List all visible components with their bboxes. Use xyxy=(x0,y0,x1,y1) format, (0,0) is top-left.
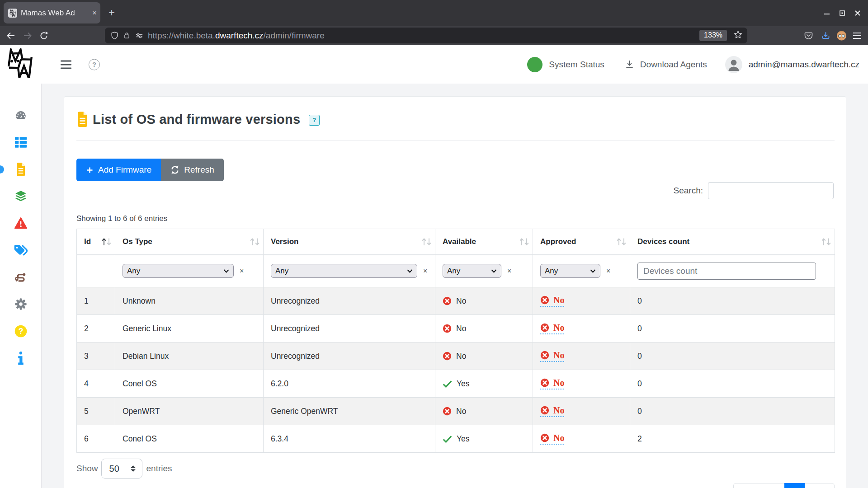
window-close-button[interactable] xyxy=(850,5,865,21)
forward-button[interactable] xyxy=(22,30,33,41)
approved-status[interactable]: No xyxy=(540,323,564,334)
url-bar[interactable]: https://white.beta.dwarftech.cz/admin/fi… xyxy=(105,28,747,43)
add-firmware-button[interactable]: Add Firmware xyxy=(76,159,161,181)
times-circle-icon xyxy=(540,378,549,387)
browser-tab[interactable]: Mamas Web Ad × xyxy=(4,2,100,23)
filter-version-clear[interactable]: × xyxy=(423,267,427,275)
minimize-icon xyxy=(824,10,830,16)
sidebar-item-routes[interactable] xyxy=(14,271,27,284)
zoom-indicator[interactable]: 133% xyxy=(699,30,727,41)
cell-available: No xyxy=(456,324,466,333)
cell-available: Yes xyxy=(457,379,470,389)
window-minimize-button[interactable] xyxy=(819,5,835,21)
tab-close-icon[interactable]: × xyxy=(92,9,97,17)
pagination-page-1[interactable]: 1 xyxy=(784,483,805,488)
sidebar-item-firmware[interactable] xyxy=(15,163,26,176)
system-status-indicator[interactable] xyxy=(527,57,542,72)
pagination-next[interactable]: Next xyxy=(805,483,835,488)
filter-cell: Any× xyxy=(533,255,630,287)
times-circle-icon xyxy=(540,323,549,332)
lock-icon[interactable] xyxy=(123,32,131,39)
sort-up-arrow-icon xyxy=(102,238,106,245)
sidebar-item-settings[interactable] xyxy=(14,298,27,311)
column-header-approved[interactable]: Approved xyxy=(533,229,630,255)
hamburger-bar xyxy=(61,60,71,61)
sort-icon xyxy=(519,238,529,245)
pagination-previous[interactable]: Previous xyxy=(733,483,785,488)
pocket-svg-icon xyxy=(804,31,813,40)
bookmark-star-icon[interactable] xyxy=(733,30,743,41)
menu-hamburger-icon[interactable] xyxy=(853,32,862,40)
header-actions: System Status Download Agents admin@mama… xyxy=(527,45,859,84)
user-avatar[interactable] xyxy=(725,56,742,73)
filter-os-type-select[interactable]: Any xyxy=(123,264,234,278)
column-header-devices-count[interactable]: Devices count xyxy=(630,229,835,255)
column-header-os-type[interactable]: Os Type xyxy=(115,229,264,255)
table-body: 1 Unknown Unrecognized No No 0 2 Generic… xyxy=(77,287,835,453)
column-header-available[interactable]: Available xyxy=(435,229,533,255)
cell-available: No xyxy=(456,352,466,361)
url-text[interactable]: https://white.beta.dwarftech.cz/admin/fi… xyxy=(148,31,699,41)
user-email[interactable]: admin@mamas.dwarftech.cz xyxy=(749,60,859,70)
sidebar-item-groups[interactable] xyxy=(14,189,28,203)
sidebar-item-alerts[interactable] xyxy=(14,217,28,230)
chevron-down-icon xyxy=(407,269,413,273)
browser-tab-strip: Mamas Web Ad × + xyxy=(0,0,868,26)
filter-approved-clear[interactable]: × xyxy=(606,267,610,275)
window-restore-button[interactable] xyxy=(835,5,850,21)
approved-label: No xyxy=(553,323,564,332)
approved-status[interactable]: No xyxy=(540,378,564,389)
sidebar-toggle-hamburger-icon[interactable] xyxy=(61,60,71,69)
account-avatar-icon[interactable] xyxy=(836,30,847,41)
search-label: Search: xyxy=(674,186,703,196)
chevron-down-icon xyxy=(223,269,229,273)
cell-id: 2 xyxy=(77,315,115,343)
pocket-icon[interactable] xyxy=(804,31,813,40)
filter-available-clear[interactable]: × xyxy=(507,267,511,275)
back-arrow-icon xyxy=(5,30,16,41)
new-tab-button[interactable]: + xyxy=(105,6,118,19)
page-help-icon[interactable]: ? xyxy=(309,115,320,126)
sort-icon xyxy=(250,238,259,245)
approved-label: No xyxy=(553,406,564,415)
reload-button[interactable] xyxy=(39,31,49,41)
filter-available-select[interactable]: Any xyxy=(443,264,501,278)
downloads-icon[interactable] xyxy=(821,31,830,40)
site-favicon-icon xyxy=(8,9,17,18)
download-agents-label[interactable]: Download Agents xyxy=(640,60,707,70)
filter-version-select[interactable]: Any xyxy=(271,264,417,278)
gear-icon xyxy=(14,298,27,311)
page-size-select[interactable]: 50 xyxy=(101,459,142,479)
window-controls xyxy=(819,0,865,26)
hamburger-svg-icon xyxy=(853,32,862,40)
permissions-icon[interactable] xyxy=(135,31,144,40)
back-button[interactable] xyxy=(5,30,16,41)
sidebar-item-devices[interactable] xyxy=(14,136,27,148)
system-status-label[interactable]: System Status xyxy=(549,60,604,70)
column-header-version[interactable]: Version xyxy=(264,229,435,255)
sidebar-item-dashboard[interactable] xyxy=(14,109,28,122)
mamas-logo[interactable] xyxy=(7,48,33,80)
filter-devices-count-input[interactable] xyxy=(637,263,816,280)
sliders-svg-icon xyxy=(135,31,144,40)
download-agents-icon[interactable] xyxy=(624,59,635,70)
cell-devices-count: 0 xyxy=(630,343,835,370)
approved-status[interactable]: No xyxy=(540,433,564,445)
approved-label: No xyxy=(553,296,564,305)
approved-status[interactable]: No xyxy=(540,351,564,362)
search-input[interactable] xyxy=(708,182,834,199)
filter-cell xyxy=(630,255,835,287)
sidebar-item-help[interactable]: ? xyxy=(14,325,27,338)
filter-os-type-clear[interactable]: × xyxy=(240,267,244,275)
refresh-button[interactable]: Refresh xyxy=(161,159,224,181)
approved-status[interactable]: No xyxy=(540,406,564,417)
filter-approved-select[interactable]: Any xyxy=(540,264,600,278)
sidebar-item-about[interactable] xyxy=(18,352,24,365)
header-help-icon[interactable]: ? xyxy=(89,59,100,70)
cell-approved-wrap: No xyxy=(533,315,630,343)
column-header-id[interactable]: Id xyxy=(77,229,115,255)
shield-icon[interactable] xyxy=(110,31,119,40)
sort-down-arrow-icon xyxy=(826,238,831,245)
sidebar-item-tags[interactable] xyxy=(14,244,28,257)
approved-status[interactable]: No xyxy=(540,296,564,307)
